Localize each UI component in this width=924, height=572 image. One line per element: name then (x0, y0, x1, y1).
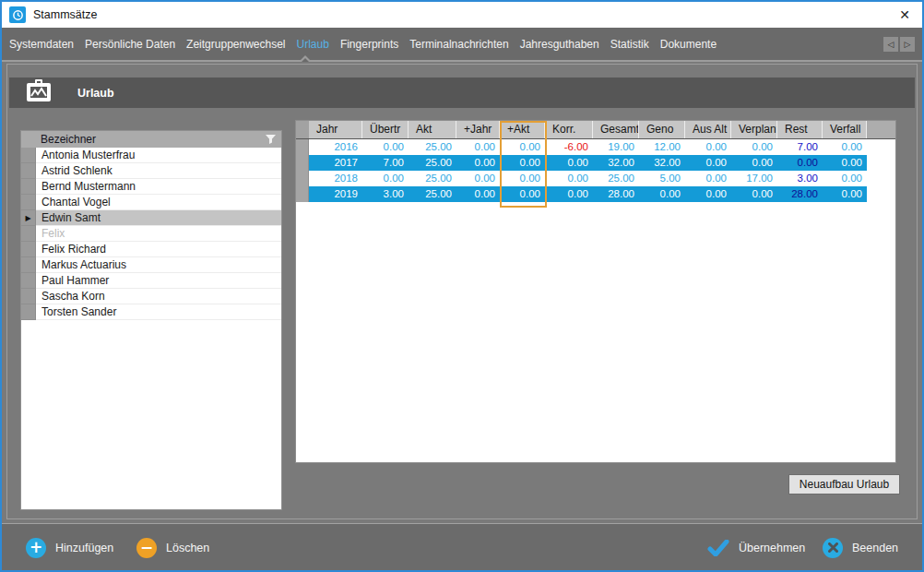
tab-scroll-right-icon[interactable]: ▷ (900, 37, 915, 52)
col-header-rest[interactable]: Rest (777, 121, 823, 138)
window-title: Stammsätze (33, 8, 97, 21)
close-circle-icon (823, 538, 843, 558)
tab-systemdaten[interactable]: Systemdaten (9, 38, 74, 51)
list-item[interactable]: Bernd Mustermann (21, 179, 281, 195)
col-header-geno[interactable]: Geno (639, 121, 685, 138)
col-header-akt[interactable]: Akt (409, 121, 456, 138)
col-header-plusakt[interactable]: +Akt (500, 121, 545, 138)
rebuild-vacation-button[interactable]: Neuaufbau Urlaub (788, 474, 900, 495)
person-list-header-label: Bezeichner (41, 133, 96, 146)
tab-persoenliche-daten[interactable]: Persönliche Daten (85, 38, 175, 51)
tab-bar: Systemdaten Persönliche Daten Zeitgruppe… (2, 28, 922, 62)
bottom-action-bar: + Hinzufügen − Löschen Übernehmen Beende… (2, 523, 922, 570)
grid-header-filler (867, 121, 895, 138)
list-item-selected[interactable]: ▶Edwin Samt (21, 210, 281, 226)
app-clock-icon (9, 6, 26, 23)
table-row-2018[interactable]: 2018 0.00 25.00 0.00 0.00 0.00 25.00 5.0… (296, 171, 895, 186)
list-item[interactable]: Markus Actuarius (21, 257, 281, 273)
person-list-header[interactable]: Bezeichner (21, 131, 281, 148)
tab-scroll-buttons: ◁ ▷ (883, 37, 915, 52)
list-item-disabled[interactable]: Felix (21, 226, 281, 242)
vacation-grid: Jahr Übertr Akt +Jahr +Akt Korr. Gesamt … (295, 120, 896, 463)
grid-header-row: Jahr Übertr Akt +Jahr +Akt Korr. Gesamt … (296, 121, 895, 139)
tab-urlaub[interactable]: Urlaub (297, 38, 329, 51)
tab-statistik[interactable]: Statistik (610, 38, 649, 51)
checkmark-icon (707, 540, 729, 556)
tab-zeitgruppenwechsel[interactable]: Zeitgruppenwechsel (186, 38, 285, 51)
page-title: Urlaub (77, 87, 114, 100)
tab-dokumente[interactable]: Dokumente (660, 38, 717, 51)
plus-icon: + (26, 538, 46, 558)
apply-button[interactable]: Übernehmen (707, 524, 805, 571)
list-item[interactable]: Torsten Sander (21, 304, 281, 320)
grid-corner-cell[interactable] (296, 121, 309, 138)
list-item[interactable]: Sascha Korn (21, 289, 281, 304)
close-icon[interactable]: ✕ (894, 7, 915, 22)
col-header-uebertr[interactable]: Übertr (362, 121, 409, 138)
list-item[interactable]: Chantal Vogel (21, 195, 281, 210)
page-header-band: Urlaub (9, 77, 915, 108)
list-item[interactable]: Astrid Schlenk (21, 163, 281, 179)
add-button[interactable]: + Hinzufügen (26, 524, 113, 571)
person-list-panel: Bezeichner Antonia Musterfrau Astrid Sch… (20, 130, 282, 510)
row-marker-icon: ▶ (21, 210, 36, 226)
table-row-2019-selected[interactable]: 2019 3.00 25.00 0.00 0.00 0.00 28.00 0.0… (296, 186, 895, 202)
col-header-ausalt[interactable]: Aus Alt (685, 121, 731, 138)
tab-scroll-left-icon[interactable]: ◁ (883, 37, 898, 52)
filter-funnel-icon[interactable] (266, 135, 276, 144)
list-item[interactable]: Antonia Musterfrau (21, 148, 281, 163)
col-header-verfall[interactable]: Verfall (823, 121, 867, 138)
list-item[interactable]: Felix Richard (21, 242, 281, 257)
table-row-2016[interactable]: 2016 0.00 25.00 0.00 0.00 -6.00 19.00 12… (296, 139, 895, 155)
title-bar: Stammsätze ✕ (2, 2, 922, 28)
list-item[interactable]: Paul Hammer (21, 273, 281, 289)
quit-button[interactable]: Beenden (823, 524, 898, 571)
col-header-korr[interactable]: Korr. (545, 121, 593, 138)
col-header-gesamt[interactable]: Gesamt (593, 121, 639, 138)
delete-button[interactable]: − Löschen (136, 524, 209, 571)
table-row-2017-selected[interactable]: 2017 7.00 25.00 0.00 0.00 0.00 32.00 32.… (296, 155, 895, 171)
stammsaetze-window: Stammsätze ✕ Systemdaten Persönliche Dat… (0, 0, 924, 572)
tab-fingerprints[interactable]: Fingerprints (340, 38, 398, 51)
col-header-plusjahr[interactable]: +Jahr (456, 121, 500, 138)
badge-card-icon (25, 78, 53, 107)
col-header-jahr[interactable]: Jahr (309, 121, 362, 138)
minus-icon: − (136, 538, 157, 558)
tab-terminalnachrichten[interactable]: Terminalnachrichten (409, 38, 508, 51)
col-header-verplant[interactable]: Verplant (731, 121, 777, 138)
tab-jahresguthaben[interactable]: Jahresguthaben (520, 38, 599, 51)
